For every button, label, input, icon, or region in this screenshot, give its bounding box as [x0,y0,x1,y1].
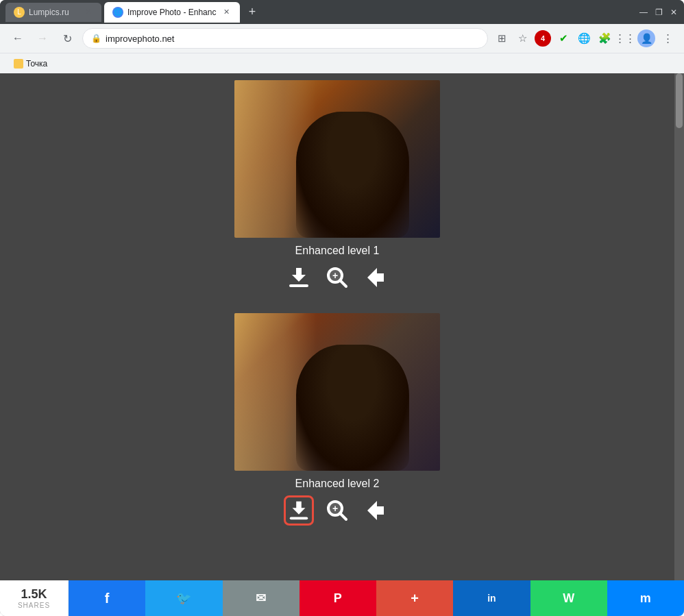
facebook-share-button[interactable]: f [69,580,145,616]
browser-window: L Lumpics.ru ✕ 🌐 Improve Photo - Enhance… [0,0,684,616]
url-bar[interactable]: 🔒 improvephoto.net [82,28,488,49]
email-share-button[interactable]: ✉ [223,580,300,616]
twitter-icon: 🐦 [176,591,191,606]
svg-rect-7 [290,517,308,519]
messenger-icon: m [640,591,651,606]
level-2-actions: + [284,495,391,526]
googleplus-icon: + [411,591,419,606]
bookmarks-bar: Точка [0,53,684,73]
ext-globe-icon[interactable]: 🌐 [576,30,592,47]
content-area: Enhanced level 1 [0,73,674,560]
level-1-download-button[interactable] [284,262,314,293]
new-tab-button[interactable]: + [243,3,262,22]
tab-lumpics-close[interactable]: ✕ [82,7,93,18]
ext-menu-icon[interactable]: ⋮⋮ [617,30,633,47]
reload-button[interactable]: ↻ [58,29,77,48]
enhanced-level-2-label: Enhanced level 2 [295,478,380,490]
shares-label: SHARES [18,602,50,609]
close-button[interactable]: ✕ [669,8,679,17]
whatsapp-share-button[interactable]: W [530,580,607,616]
page-content: Enhanced level 1 [0,73,684,580]
maximize-button[interactable]: ❐ [654,8,663,17]
email-icon: ✉ [256,591,266,606]
address-icons: ⊞ ☆ 4 ✔ 🌐 🧩 ⋮⋮ 👤 ⋮ [493,29,676,47]
whatsapp-icon: W [563,591,574,606]
back-nav-button[interactable]: ← [8,29,27,48]
photo-preview-1 [234,80,440,238]
tab-lumpics-favicon: L [14,7,25,18]
twitter-share-button[interactable]: 🐦 [145,580,222,616]
bookmark-folder-icon [14,59,23,69]
chrome-menu-icon[interactable]: ⋮ [659,30,676,47]
level-1-back-button[interactable] [361,262,391,293]
shares-count: 1.5K [21,587,47,602]
svg-marker-6 [367,268,384,287]
facebook-icon: f [105,591,110,606]
enhanced-level-1-label: Enhanced level 1 [295,245,380,257]
title-bar: L Lumpics.ru ✕ 🌐 Improve Photo - Enhance… [0,0,684,24]
bookmark-tochka[interactable]: Точка [8,58,53,70]
level-2-download-button[interactable] [284,495,314,526]
tab-improvephoto-close[interactable]: ✕ [221,7,232,18]
svg-text:+: + [332,503,338,514]
enhanced-level-2-image [234,313,440,471]
svg-marker-1 [292,268,306,282]
pinterest-share-button[interactable]: P [300,580,376,616]
linkedin-share-button[interactable]: in [453,580,530,616]
minimize-button[interactable]: — [639,8,648,17]
address-bar: ← → ↻ 🔒 improvephoto.net ⊞ ☆ 4 ✔ 🌐 🧩 ⋮⋮ … [0,24,684,53]
profile-avatar[interactable]: 👤 [637,29,655,47]
url-text: improvephoto.net [106,34,479,44]
translate-icon[interactable]: ⊞ [493,30,510,47]
tab-improvephoto[interactable]: 🌐 Improve Photo - Enhance Picture... ✕ [104,2,240,23]
ext-puzzle-icon[interactable]: 🧩 [596,30,613,47]
window-controls: — ❐ ✕ [639,8,679,17]
svg-marker-8 [293,502,306,515]
svg-rect-0 [289,284,308,287]
svg-marker-13 [367,501,384,520]
enhanced-level-1-section: Enhanced level 1 [234,80,440,299]
tab-improvephoto-label: Improve Photo - Enhance Picture... [127,8,217,17]
scrollbar-thumb[interactable] [676,73,683,128]
bookmark-tochka-label: Точка [26,59,47,69]
scrollbar[interactable] [674,73,684,580]
social-share-bar: 1.5K SHARES f 🐦 ✉ P + in W m [0,580,684,616]
star-icon[interactable]: ☆ [514,30,530,47]
level-2-back-button[interactable] [361,495,391,526]
svg-text:+: + [332,270,338,281]
enhanced-level-2-section: Enhanced level 2 [234,313,440,532]
svg-line-11 [340,513,346,519]
level-2-zoom-button[interactable]: + [322,495,352,526]
level-1-zoom-button[interactable]: + [322,262,352,293]
photo-preview-2 [234,313,440,471]
messenger-share-button[interactable]: m [607,580,684,616]
enhanced-level-1-image [234,80,440,238]
tab-lumpics[interactable]: L Lumpics.ru ✕ [5,3,101,22]
ext-shield-icon[interactable]: 4 [535,30,551,47]
linkedin-icon: in [487,593,496,604]
forward-nav-button[interactable]: → [33,29,52,48]
main-scroll-area[interactable]: Enhanced level 1 [0,73,684,580]
level-1-actions: + [284,262,391,293]
pinterest-icon: P [334,591,342,606]
ext-check-icon[interactable]: ✔ [555,30,572,47]
tab-improvephoto-favicon: 🌐 [112,7,123,18]
svg-line-4 [340,280,346,286]
googleplus-share-button[interactable]: + [376,580,453,616]
lock-icon: 🔒 [91,34,101,43]
tab-lumpics-label: Lumpics.ru [29,8,69,17]
shares-box: 1.5K SHARES [0,580,69,616]
